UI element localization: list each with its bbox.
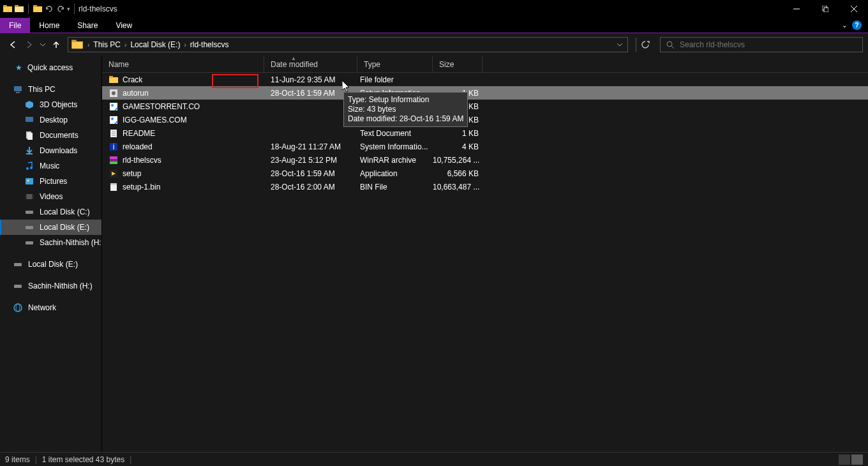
file-icon [108,182,119,192]
file-icon [108,88,119,98]
svg-rect-36 [109,76,113,78]
file-row[interactable]: GAMESTORRENT.COInternet Shortcut1 KB [102,100,868,113]
help-icon[interactable]: ? [852,20,862,30]
refresh-button[interactable] [636,38,654,52]
file-row[interactable]: ireloaded18-Aug-21 11:27 AMSystem Inform… [102,140,868,153]
file-type: File folder [357,75,433,84]
sidebar-item-local-disk-e-root[interactable]: Local Disk (E:) [0,257,101,272]
svg-rect-32 [14,285,22,288]
column-headers: Name Date modified Type Size ▲ [102,56,868,73]
folder-icon [71,38,84,51]
sidebar-item-pictures[interactable]: Pictures [0,174,101,189]
tab-file[interactable]: File [0,18,30,33]
ribbon-chevron-down-icon[interactable]: ⌄ [842,22,847,29]
sidebar-item-documents[interactable]: Documents [0,128,101,143]
window-title: rld-thelscvs [79,4,117,13]
svg-text:i: i [113,142,115,151]
chevron-right-icon[interactable]: › [86,41,91,49]
address-bar[interactable]: › This PC › Local Disk (E:) › rld-thelsc… [68,37,628,52]
column-header-type[interactable]: Type [357,56,433,72]
status-bar: 9 items | 1 item selected 43 bytes | [0,452,868,466]
tab-home[interactable]: Home [30,18,68,33]
file-date: 28-Oct-16 2:00 AM [264,183,357,192]
svg-point-38 [112,91,116,95]
sidebar-item-network-drive[interactable]: Sachin-Nithish (H:) [0,235,101,250]
breadcrumb[interactable]: Local Disk (E:) [128,38,183,52]
file-type: Text Document [357,129,433,138]
drive-icon [24,237,34,248]
file-row[interactable]: IGG-GAMES.COMInternet Shortcut1 KB [102,113,868,126]
file-tooltip: Type: Setup Information Size: 43 bytes D… [343,92,468,127]
status-selection: 1 item selected 43 bytes [42,455,124,464]
column-header-date[interactable]: Date modified [264,56,357,72]
svg-rect-15 [14,86,22,91]
file-date: 28-Oct-16 1:59 AM [264,169,357,178]
sidebar-item-3d-objects[interactable]: 3D Objects [0,97,101,112]
chevron-right-icon[interactable]: › [123,41,128,49]
sidebar-item-music[interactable]: Music [0,158,101,174]
file-date: 11-Jun-22 9:35 AM [264,75,357,84]
sidebar-item-local-disk-c[interactable]: Local Disk (C:) [0,204,101,220]
separator [28,4,29,14]
svg-rect-8 [824,8,828,12]
sidebar-item-local-disk-e[interactable]: Local Disk (E:) [0,220,101,235]
redo-icon[interactable] [56,4,66,14]
title-bar: ▾ rld-thelscvs [0,0,868,18]
file-row[interactable]: rld-thelscvs23-Aug-21 5:12 PMWinRAR arch… [102,153,868,167]
breadcrumb[interactable]: rld-thelscvs [188,38,232,52]
music-icon [24,161,34,171]
search-input[interactable] [680,40,862,49]
address-history-dropdown[interactable] [612,42,627,47]
svg-rect-50 [110,156,117,159]
file-row[interactable]: setup28-Oct-16 1:59 AMApplication6,566 K… [102,167,868,180]
file-size: 10,663,487 ... [433,183,483,192]
sidebar-item-network[interactable]: Network [0,300,101,315]
svg-point-33 [14,304,22,312]
sidebar-item-downloads[interactable]: Downloads [0,143,101,158]
file-name: autorun [123,89,149,98]
column-header-size[interactable]: Size [433,56,483,72]
forward-button[interactable] [22,37,37,52]
folder-yellow-icon [33,4,43,14]
view-large-icons[interactable] [839,455,850,465]
up-button[interactable] [49,37,64,52]
drive-icon [13,281,23,291]
file-icon [108,155,119,165]
file-row[interactable]: setup-1.bin28-Oct-16 2:00 AMBIN File10,6… [102,180,868,193]
tab-view[interactable]: View [107,18,141,33]
search-box[interactable] [660,37,863,52]
chevron-down-icon[interactable]: ▾ [67,6,70,12]
close-button[interactable] [839,0,868,18]
tab-share[interactable]: Share [68,18,107,33]
file-row[interactable]: Crack11-Jun-22 9:35 AMFile folder [102,73,868,86]
star-icon: ★ [15,63,22,72]
maximize-button[interactable] [811,0,839,18]
column-header-name[interactable]: Name [102,56,264,72]
recent-locations-icon[interactable] [38,37,47,52]
sidebar-item-this-pc[interactable]: This PC [0,82,101,97]
sidebar-item-videos[interactable]: Videos [0,189,101,204]
separator [74,4,75,14]
file-list: Name Date modified Type Size ▲ Crack11-J… [102,56,868,452]
search-icon [666,40,675,49]
quick-access-toolbar: ▾ rld-thelscvs [0,4,117,14]
svg-rect-2 [15,6,24,12]
breadcrumb[interactable]: This PC [91,38,123,52]
sidebar-item-quick-access[interactable]: ★Quick access [0,60,101,75]
view-switcher [839,455,863,465]
svg-rect-12 [71,40,77,43]
minimize-button[interactable] [782,0,811,18]
file-row[interactable]: autorun28-Oct-16 1:59 AMSetup Informatio… [102,86,868,100]
svg-point-34 [16,304,20,312]
svg-rect-17 [26,117,33,122]
file-row[interactable]: READMEText Document1 KB [102,126,868,140]
undo-icon[interactable] [44,4,54,14]
svg-rect-4 [33,6,42,12]
back-button[interactable] [5,37,20,52]
sidebar-item-desktop[interactable]: Desktop [0,112,101,128]
view-details[interactable] [851,455,863,465]
file-date: 18-Aug-21 11:27 AM [264,142,357,151]
sidebar-item-network-drive-root[interactable]: Sachin-Nithish (H:) [0,278,101,294]
svg-point-13 [667,41,672,47]
chevron-right-icon[interactable]: › [183,41,187,49]
